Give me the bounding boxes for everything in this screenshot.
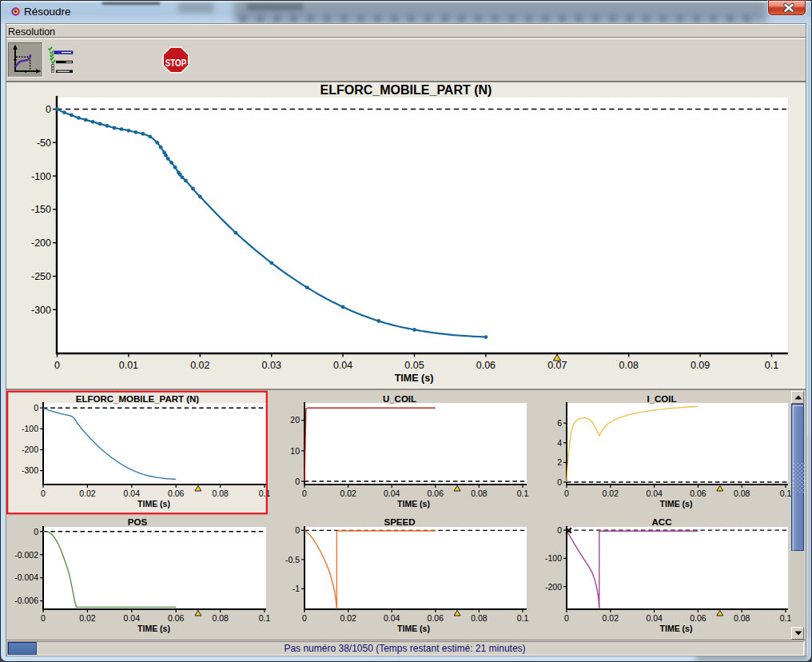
svg-text:STOP: STOP [165, 57, 187, 69]
